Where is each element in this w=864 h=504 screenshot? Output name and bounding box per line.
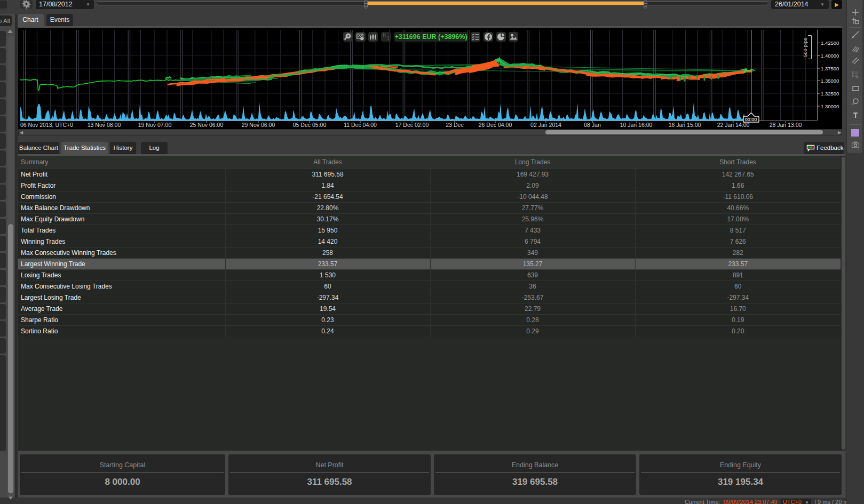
svg-text:1.37500: 1.37500	[821, 66, 839, 71]
svg-text:19 Nov 07:00: 19 Nov 07:00	[138, 122, 172, 128]
svg-text:08 Jan: 08 Jan	[584, 122, 601, 128]
svg-text:500 pips: 500 pips	[802, 38, 808, 57]
svg-text:1.42500: 1.42500	[821, 40, 839, 46]
svg-text:05 Dec 05:00: 05 Dec 05:00	[293, 122, 327, 128]
svg-text:23 Dec: 23 Dec	[446, 122, 463, 128]
svg-text:11 Dec 04:00: 11 Dec 04:00	[344, 122, 377, 128]
svg-text:25 Nov 06:00: 25 Nov 06:00	[190, 122, 224, 128]
svg-text:1.40000: 1.40000	[821, 53, 839, 59]
svg-text:00:00: 00:00	[745, 117, 757, 122]
svg-text:02 Jan 2014: 02 Jan 2014	[530, 122, 561, 128]
svg-text:10 Jan 16:00: 10 Jan 16:00	[620, 122, 653, 128]
svg-text:16 Jan 15:00: 16 Jan 15:00	[669, 122, 701, 128]
svg-text:06 Nov 2013, UTC+0: 06 Nov 2013, UTC+0	[20, 122, 73, 128]
svg-text:28 Jan 13:00: 28 Jan 13:00	[770, 122, 802, 128]
svg-text:F: F	[857, 75, 859, 79]
svg-text:E: E	[857, 49, 859, 53]
svg-text:17 Dec 02:00: 17 Dec 02:00	[395, 122, 429, 128]
svg-text:1.30000: 1.30000	[821, 103, 839, 109]
svg-text:22 Jan 14:00: 22 Jan 14:00	[717, 122, 750, 128]
svg-text:26 Dec 04:00: 26 Dec 04:00	[479, 122, 512, 128]
svg-text:29 Nov 06:00: 29 Nov 06:00	[242, 122, 275, 128]
svg-text:1.35000: 1.35000	[821, 78, 839, 84]
svg-text:13 Nov 08:00: 13 Nov 08:00	[88, 122, 121, 128]
svg-text:1.32500: 1.32500	[821, 91, 839, 97]
